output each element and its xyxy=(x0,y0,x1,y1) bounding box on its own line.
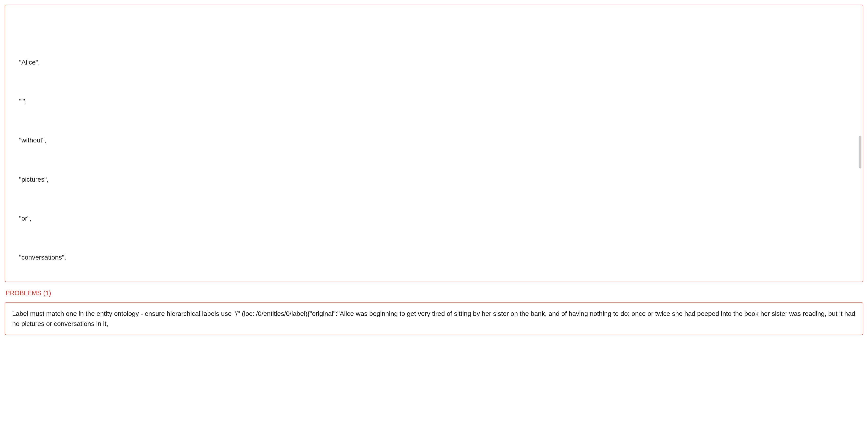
code-editor-panel[interactable]: "Alice", "'", "without", "pictures", "or… xyxy=(5,5,863,282)
code-line[interactable]: "Alice", xyxy=(13,56,855,69)
code-line[interactable]: "'", xyxy=(13,95,855,108)
problems-label: PROBLEMS xyxy=(6,290,41,297)
scrollbar-thumb[interactable] xyxy=(859,136,862,169)
code-line[interactable]: "or", xyxy=(13,212,855,225)
code-line[interactable]: "without", xyxy=(13,134,855,147)
problem-message[interactable]: Label must match one in the entity ontol… xyxy=(12,310,855,327)
problems-panel[interactable]: Label must match one in the entity ontol… xyxy=(5,302,863,335)
scrollbar-track[interactable] xyxy=(859,5,862,282)
problems-count: (1) xyxy=(43,290,51,297)
code-line[interactable]: "pictures", xyxy=(13,173,855,186)
code-line[interactable]: "conversations", xyxy=(13,251,855,264)
problems-header[interactable]: PROBLEMS (1) xyxy=(5,290,863,297)
